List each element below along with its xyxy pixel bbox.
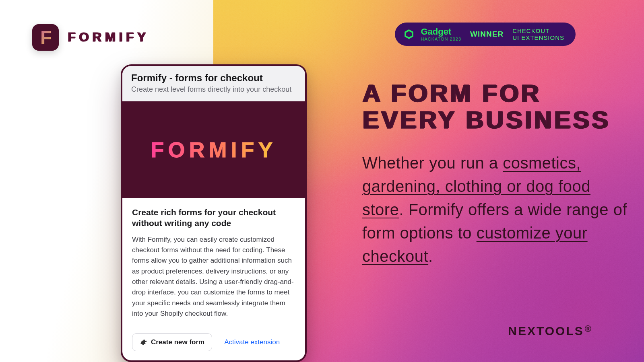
body-paragraph: Whether you run a cosmetics, gardening, … <box>362 151 628 268</box>
headline: A FORM FOR EVERY BUSINESS <box>362 80 628 134</box>
hexagon-icon <box>404 29 414 39</box>
headline-l2: EVERY BUSINESS <box>362 106 610 134</box>
brand-wordmark: FORMIFY <box>68 30 149 45</box>
award-gadget-sub: HACKATON 2023 <box>421 37 461 41</box>
award-category: CHECKOUT UI EXTENSIONS <box>512 27 564 41</box>
card-body: Create rich forms for your checkout with… <box>122 198 305 329</box>
app-card: Formify - forms for checkout Create next… <box>121 64 307 362</box>
brand-logo: F FORMIFY <box>32 24 149 51</box>
nextools-text: NEXTOOLS <box>508 324 584 337</box>
award-gadget-title: Gadget <box>421 27 461 36</box>
nextools-dot-icon: ® <box>585 324 592 334</box>
marketing-copy: A FORM FOR EVERY BUSINESS Whether you ru… <box>362 80 628 268</box>
award-category-l1: CHECKOUT <box>512 27 549 34</box>
brand-tile: F <box>32 24 59 51</box>
award-badge: Gadget HACKATON 2023 WINNER CHECKOUT UI … <box>395 23 576 46</box>
card-hero: FORMIFY <box>122 101 305 198</box>
nextools-logo: NEXTOOLS® <box>508 324 592 338</box>
gear-icon <box>140 339 147 346</box>
p-pre: Whether you run a <box>362 154 503 172</box>
create-form-button-label: Create new form <box>151 338 204 346</box>
award-category-l2: UI EXTENSIONS <box>512 34 564 41</box>
create-form-button[interactable]: Create new form <box>132 333 212 351</box>
card-title: Formify - forms for checkout <box>131 72 296 84</box>
headline-l1: A FORM FOR <box>362 80 541 107</box>
stage: F FORMIFY Gadget HACKATON 2023 WINNER CH… <box>0 0 644 362</box>
card-actions: Create new form Activate extension <box>122 329 305 362</box>
card-header: Formify - forms for checkout Create next… <box>122 66 305 101</box>
brand-mark-icon: F <box>40 27 51 48</box>
card-hero-word: FORMIFY <box>151 137 277 162</box>
card-subtitle: Create next level forms directly into yo… <box>131 85 296 94</box>
award-winner: WINNER <box>470 30 504 39</box>
award-gadget: Gadget HACKATON 2023 <box>421 27 461 41</box>
card-body-text: With Formify, you can easily create cust… <box>132 234 295 319</box>
p-end: . <box>428 247 433 265</box>
card-body-heading: Create rich forms for your checkout with… <box>132 207 295 229</box>
activate-extension-link[interactable]: Activate extension <box>224 338 280 346</box>
